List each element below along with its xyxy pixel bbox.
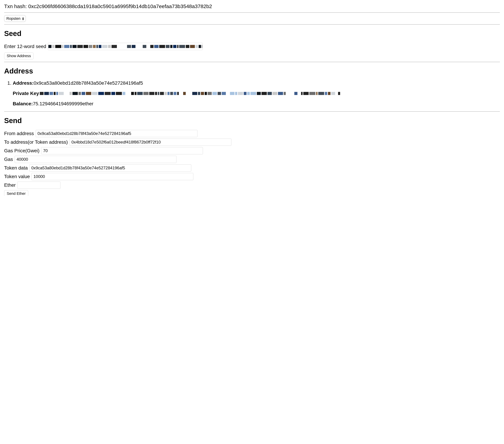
show-address-button-wrap: Show Address bbox=[4, 53, 500, 59]
divider bbox=[4, 111, 500, 112]
network-select[interactable]: Ropsten bbox=[6, 16, 21, 21]
private-key-label: Private Key bbox=[13, 91, 39, 96]
from-address-input[interactable] bbox=[36, 130, 198, 137]
gas-row: Gas bbox=[4, 156, 500, 163]
gas-input[interactable] bbox=[15, 156, 177, 163]
token-data-input[interactable] bbox=[29, 164, 191, 172]
divider bbox=[4, 12, 500, 13]
send-ether-button-wrap: Send Ether bbox=[4, 190, 500, 196]
txn-hash-label: Txn hash: bbox=[4, 3, 28, 9]
gas-price-input[interactable] bbox=[41, 147, 203, 154]
token-data-label: Token data bbox=[4, 165, 28, 171]
show-address-button[interactable]: Show Address bbox=[4, 53, 34, 59]
from-address-row: From address bbox=[4, 130, 500, 137]
seed-heading: Seed bbox=[4, 29, 500, 38]
network-select-container[interactable]: Ropsten bbox=[4, 15, 26, 22]
token-value-row: Token value bbox=[4, 173, 500, 180]
txn-hash-value: 0xc2c906fd6606388cda1918a0c5901a6995f9b1… bbox=[28, 3, 212, 9]
token-value-label: Token value bbox=[4, 174, 30, 179]
ether-label: Ether bbox=[4, 182, 16, 188]
seed-input-row: Enter 12-word seed bbox=[4, 43, 500, 50]
token-data-row: Token data bbox=[4, 164, 500, 172]
to-address-input[interactable] bbox=[70, 139, 231, 146]
address-list: Address:0x9ca53a80ebd1d28b78f43a50e74e52… bbox=[4, 80, 500, 107]
divider bbox=[4, 24, 500, 25]
gas-price-row: Gas Price(Gwei) bbox=[4, 147, 500, 154]
ether-row: Ether bbox=[4, 181, 500, 189]
token-value-input[interactable] bbox=[32, 173, 193, 180]
address-heading: Address bbox=[4, 67, 500, 75]
send-heading: Send bbox=[4, 117, 500, 125]
txn-hash-row: Txn hash: 0xc2c906fd6606388cda1918a0c590… bbox=[4, 3, 500, 9]
redacted-overlay bbox=[40, 92, 500, 95]
balance-label: Balance: bbox=[13, 101, 33, 107]
divider bbox=[4, 62, 500, 62]
private-key-line: Private Key bbox=[13, 91, 500, 96]
to-address-row: To address(or Token address) bbox=[4, 139, 500, 146]
address-list-item: Address:0x9ca53a80ebd1d28b78f43a50e74e52… bbox=[13, 80, 500, 107]
seed-input[interactable] bbox=[48, 43, 203, 50]
seed-input-label: Enter 12-word seed bbox=[4, 44, 46, 49]
gas-price-label: Gas Price(Gwei) bbox=[4, 148, 39, 154]
address-value: 0x9ca53a80ebd1d28b78f43a50e74e527284196a… bbox=[34, 80, 143, 86]
select-arrows-icon bbox=[22, 17, 24, 20]
to-address-label: To address(or Token address) bbox=[4, 139, 68, 145]
ether-input[interactable] bbox=[18, 181, 60, 189]
gas-label: Gas bbox=[4, 157, 13, 162]
send-ether-button[interactable]: Send Ether bbox=[4, 190, 28, 196]
balance-value: 75.1294664194699999 bbox=[33, 101, 82, 107]
balance-line: Balance:75.1294664194699999ether bbox=[13, 101, 500, 107]
from-address-label: From address bbox=[4, 131, 34, 136]
address-line: Address:0x9ca53a80ebd1d28b78f43a50e74e52… bbox=[13, 80, 500, 86]
network-select-wrap: Ropsten bbox=[4, 15, 500, 22]
address-label: Address: bbox=[13, 80, 34, 86]
balance-unit: ether bbox=[82, 101, 93, 107]
seed-input-wrap bbox=[48, 43, 203, 50]
